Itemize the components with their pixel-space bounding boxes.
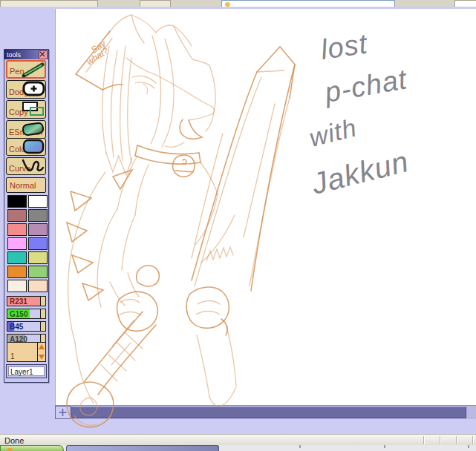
slider-end-cap[interactable] — [40, 297, 45, 306]
taskbar-divider — [384, 445, 385, 448]
palette-swatch[interactable] — [28, 280, 48, 292]
palette-swatch[interactable] — [7, 223, 27, 236]
slider-label: B45 — [10, 323, 23, 331]
drawing-canvas[interactable] — [55, 9, 476, 405]
palette-swatch[interactable] — [28, 266, 48, 278]
palette-swatch[interactable] — [28, 195, 48, 208]
tool-button-copy[interactable]: Copy — [6, 100, 46, 119]
layer-selector-field: Layer1 — [8, 366, 45, 376]
green-slider[interactable]: G150 — [7, 309, 46, 319]
taskbar-divider — [468, 445, 469, 448]
statusbar-divider — [456, 436, 457, 444]
scrollbar-thumb[interactable] — [71, 406, 466, 418]
palette-swatch[interactable] — [28, 237, 48, 250]
taskbar-window-button[interactable] — [66, 445, 219, 451]
blend-mode-label: Normal — [10, 181, 36, 190]
search-box-fragment[interactable] — [454, 0, 476, 7]
blend-mode-selector[interactable]: Normal — [6, 177, 46, 193]
slider-end-cap[interactable] — [40, 322, 45, 331]
taskbar-divider — [299, 445, 301, 448]
tool-button-dodge[interactable]: Dodge — [6, 80, 46, 99]
slider-label: R231 — [10, 297, 27, 306]
palette-swatch[interactable] — [7, 195, 27, 208]
tool-button-pen[interactable]: Pen — [6, 60, 46, 79]
layer-name: Layer1 — [10, 368, 33, 376]
pen-icon — [19, 62, 45, 78]
color-gradient-icon — [20, 139, 45, 155]
oekaki-applet: tools Pen Dodge — [0, 7, 476, 434]
start-logo-icon — [7, 448, 13, 451]
tools-panel-title: tools — [4, 50, 21, 59]
status-text: Done — [4, 436, 24, 445]
start-button[interactable] — [0, 445, 64, 451]
tool-button-curve[interactable]: Curve — [6, 157, 46, 175]
palette-swatch[interactable] — [7, 209, 27, 222]
size-down-icon[interactable] — [39, 355, 45, 360]
screen: { "status_bar": { "text": "Done" }, "too… — [0, 0, 476, 451]
pen-size-control[interactable]: 1 — [7, 342, 46, 362]
plus-button[interactable] — [55, 406, 71, 419]
tool-button-esmooth[interactable]: ESmooth — [6, 120, 46, 139]
horizontal-scrollbar[interactable] — [55, 405, 476, 420]
blue-slider[interactable]: B45 — [7, 321, 46, 332]
palette-swatch[interactable] — [28, 223, 48, 236]
divider — [37, 343, 38, 361]
layer-selector[interactable]: Layer1 — [6, 364, 47, 378]
toolbar-button-fragment[interactable] — [140, 0, 171, 7]
tools-panel-titlebar[interactable]: tools — [4, 50, 48, 59]
palette-swatch[interactable] — [7, 280, 27, 292]
red-slider[interactable]: R231 — [7, 296, 46, 306]
copy-icon — [20, 101, 45, 117]
palette-swatch[interactable] — [28, 251, 48, 264]
tools-panel: tools Pen Dodge — [4, 49, 49, 383]
palette-swatch[interactable] — [7, 237, 27, 250]
smooth-icon — [20, 121, 45, 137]
slider-end-cap[interactable] — [40, 309, 45, 318]
tool-button-color[interactable]: Color — [6, 138, 46, 156]
palette-swatch[interactable] — [7, 266, 27, 278]
palette-swatch[interactable] — [7, 251, 27, 264]
taskbar-fragment — [0, 445, 476, 451]
close-icon[interactable] — [39, 50, 48, 59]
statusbar-divider — [472, 436, 473, 444]
toolbar-button-fragment[interactable] — [0, 0, 98, 7]
palette-swatch[interactable] — [28, 209, 48, 222]
status-bar: Done — [0, 434, 476, 446]
pen-size-value: 1 — [10, 352, 15, 361]
slider-label: G150 — [10, 310, 27, 318]
dodge-icon — [20, 81, 45, 97]
address-bar-fragment[interactable] — [221, 0, 395, 7]
statusbar-divider — [423, 436, 424, 444]
statusbar-divider — [440, 436, 440, 444]
applet-margin — [0, 419, 476, 434]
curve-icon — [20, 158, 45, 174]
size-up-icon[interactable] — [39, 344, 45, 349]
